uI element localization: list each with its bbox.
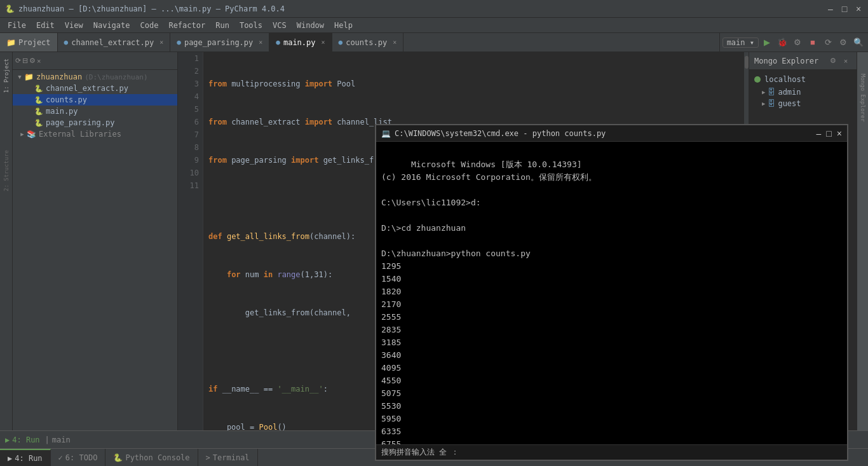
cmd-output: Microsoft Windows [版本 10.0.14393] (c) 20… <box>381 160 597 444</box>
mongo-settings-btn[interactable]: ⚙ <box>827 55 839 67</box>
run-separator: | <box>45 435 50 444</box>
mongo-arrow-guest: ▶ <box>762 100 765 107</box>
tab-main[interactable]: ● main.py × <box>269 33 332 51</box>
tree-root[interactable]: ▼ 📁 zhuanzhuan (D:\zhuanzhuan) <box>13 71 177 83</box>
menu-vcs[interactable]: VCS <box>268 20 292 31</box>
run-label: 4: Run <box>12 435 39 444</box>
tree-item-label-3: main.py <box>46 107 78 116</box>
project-label[interactable]: 1: Project <box>2 57 11 94</box>
python-console-label: Python Console <box>125 453 189 462</box>
cmd-title-bar[interactable]: 💻 C:\WINDOWS\system32\cmd.exe - python c… <box>376 125 847 142</box>
menu-file[interactable]: File <box>3 20 31 31</box>
tree-item-counts[interactable]: 🐍 counts.py <box>13 94 177 106</box>
tab-terminal[interactable]: > Terminal <box>198 449 258 466</box>
cmd-popup[interactable]: 💻 C:\WINDOWS\system32\cmd.exe - python c… <box>375 124 848 461</box>
sidebar-close-btn[interactable]: × <box>37 57 41 65</box>
tab-page-parsing[interactable]: ● page_parsing.py × <box>170 33 269 51</box>
tree-item-channel-extract[interactable]: 🐍 channel_extract.py <box>13 83 177 94</box>
menu-refactor[interactable]: Refactor <box>163 20 210 31</box>
title-bar: 🐍 zhuanzhuan – [D:\zhuanzhuan] – ...\mai… <box>0 0 868 18</box>
terminal-icon: > <box>206 453 210 462</box>
rerun-button[interactable]: ⟳ <box>821 36 835 50</box>
stop-button[interactable]: ■ <box>806 36 820 50</box>
tab-run[interactable]: ▶ 4: Run <box>0 449 51 466</box>
mongo-status: localhost <box>749 72 857 86</box>
menu-help[interactable]: Help <box>329 20 358 31</box>
tree-root-path: (D:\zhuanzhuan) <box>85 73 147 81</box>
py-file-icon-3: 🐍 <box>34 107 43 116</box>
cmd-title-text: C:\WINDOWS\system32\cmd.exe - python cou… <box>395 129 606 138</box>
mongo-guest-item[interactable]: ▶ 🗄 guest <box>749 98 857 109</box>
settings-button[interactable]: ⚙ <box>836 36 850 50</box>
mongo-panel-toolbar: ⚙ × <box>827 55 851 67</box>
tree-item-page-parsing[interactable]: 🐍 page_parsing.py <box>13 117 177 128</box>
python-console-icon: 🐍 <box>113 453 123 462</box>
side-labels: 1: Project 2: Structure <box>0 52 13 430</box>
tab-close-3[interactable]: × <box>322 39 325 46</box>
tree-arrow-empty-3 <box>25 108 34 114</box>
mongo-explorer-label[interactable]: Mongo Explorer <box>859 71 867 125</box>
run-with-coverage-button[interactable]: ⚙ <box>790 36 804 50</box>
menu-view[interactable]: View <box>60 20 88 31</box>
mongo-db-icon-admin: 🗄 <box>768 88 775 97</box>
cmd-footer: 搜狗拼音输入法 全 ： <box>376 444 847 460</box>
mongo-admin-label: admin <box>778 88 801 97</box>
run-button[interactable]: ▶ <box>760 36 774 50</box>
tree-item-label-4: page_parsing.py <box>46 118 114 127</box>
structure-label[interactable]: 2: Structure <box>2 149 11 193</box>
mongo-db-icon-guest: 🗄 <box>768 99 775 108</box>
window-controls: – □ × <box>826 4 863 13</box>
tab-todo[interactable]: ✓ 6: TODO <box>51 449 106 466</box>
project-tree: ⟳ ⊟ ⚙ × ▼ 📁 zhuanzhuan (D:\zhuanzhuan) <box>13 52 177 430</box>
menu-window[interactable]: Window <box>292 20 329 31</box>
tab-close-4[interactable]: × <box>393 39 397 46</box>
mongo-close-btn[interactable]: × <box>840 55 851 67</box>
sidebar-sync-btn[interactable]: ⟳ <box>15 57 21 65</box>
sidebar-settings-btn[interactable]: ⚙ <box>29 57 36 65</box>
run-tab-icon: ▶ <box>8 454 12 463</box>
tab-close-1[interactable]: × <box>159 39 163 46</box>
py-icon-2: ● <box>177 38 181 46</box>
cmd-close-btn[interactable]: × <box>837 128 842 139</box>
tab-label-page-parsing: page_parsing.py <box>184 38 253 47</box>
menu-edit[interactable]: Edit <box>31 20 60 31</box>
tree-arrow-empty-4 <box>25 120 34 126</box>
tab-counts[interactable]: ● counts.py × <box>332 33 404 51</box>
run-name: main <box>52 435 71 444</box>
search-button[interactable]: 🔍 <box>851 36 865 50</box>
tree-arrow-root: ▼ <box>15 74 24 80</box>
cmd-ime-text: 搜狗拼音输入法 全 ： <box>381 447 459 458</box>
py-file-icon-2: 🐍 <box>34 96 43 104</box>
tab-channel-extract[interactable]: ● channel_extract.py × <box>58 33 171 51</box>
cmd-minimize-btn[interactable]: – <box>817 128 822 139</box>
project-tab-label: Project <box>18 38 51 47</box>
ext-libs-icon: 📚 <box>27 130 36 139</box>
tab-python-console[interactable]: 🐍 Python Console <box>105 449 198 466</box>
tab-label-counts: counts.py <box>346 38 387 47</box>
menu-run[interactable]: Run <box>210 20 234 31</box>
run-icon: ▶ <box>5 435 10 444</box>
minimize-button[interactable]: – <box>826 4 835 13</box>
root-folder-icon: 📁 <box>24 72 34 81</box>
close-button[interactable]: × <box>854 4 863 13</box>
sidebar-collapse-btn[interactable]: ⊟ <box>22 57 28 65</box>
debug-button[interactable]: 🐞 <box>775 36 789 50</box>
maximize-button[interactable]: □ <box>840 4 849 13</box>
terminal-label: Terminal <box>213 453 250 462</box>
tree-arrow-empty-2 <box>25 97 34 103</box>
todo-tab-icon: ✓ <box>58 453 63 462</box>
menu-navigate[interactable]: Navigate <box>88 20 135 31</box>
tab-close-2[interactable]: × <box>259 39 262 46</box>
run-config-label[interactable]: main ▾ <box>722 38 759 48</box>
cmd-icon: 💻 <box>381 129 391 138</box>
mongo-admin-item[interactable]: ▶ 🗄 admin <box>749 86 857 98</box>
tree-item-main[interactable]: 🐍 main.py <box>13 106 177 117</box>
py-icon-4: ● <box>339 38 343 46</box>
menu-tools[interactable]: Tools <box>234 20 268 31</box>
cmd-maximize-btn[interactable]: □ <box>826 128 831 139</box>
menu-code[interactable]: Code <box>135 20 164 31</box>
mongo-explorer-title: Mongo Explorer <box>754 57 818 65</box>
mongo-localhost-label[interactable]: localhost <box>764 75 806 84</box>
project-tab[interactable]: 📁 Project <box>0 33 58 51</box>
tree-item-external-libs[interactable]: ▶ 📚 External Libraries <box>13 128 177 140</box>
